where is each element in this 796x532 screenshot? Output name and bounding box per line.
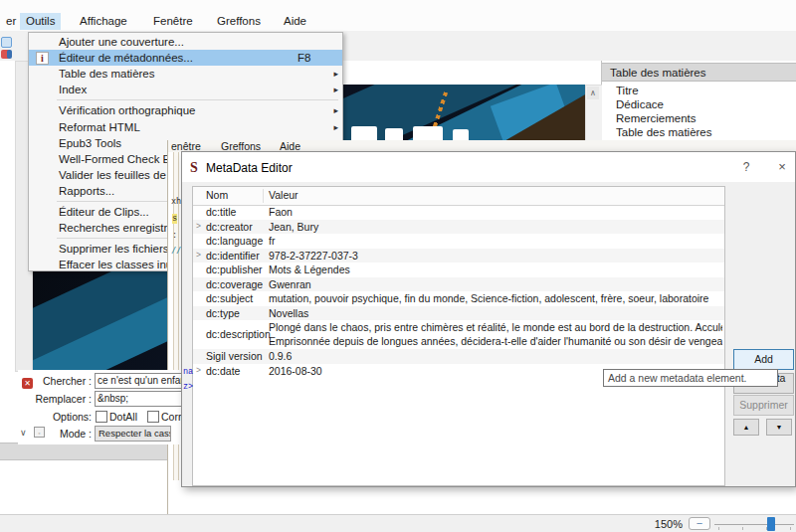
- table-row[interactable]: dc:titleFaon: [193, 205, 724, 220]
- submenu-arrow-icon: ▸: [333, 85, 338, 94]
- expand-arrow-icon[interactable]: >: [196, 250, 201, 260]
- slider-tick: [742, 527, 743, 530]
- code-fragment: :: [172, 231, 177, 241]
- main-menubar: er Outils Affichage Fenêtre Greffons Aid…: [0, 0, 796, 32]
- metadata-table: Nom Valeur dc:titleFaon >dc:creatorJean,…: [192, 186, 725, 486]
- menu-item-ajouter-couverture[interactable]: Ajouter une couverture...: [29, 34, 342, 50]
- zoom-out-button[interactable]: −: [689, 517, 710, 530]
- menubar-item-fenetre[interactable]: Fenêtre: [147, 13, 199, 30]
- table-row[interactable]: >dc:creatorJean, Bury: [193, 220, 724, 235]
- bottom-divider-bar: [0, 443, 167, 460]
- find-replace-panel: ✕ Chercher : ce n'est qu'un enfan Rempla…: [18, 370, 181, 444]
- menubar-item-greffons[interactable]: Greffons: [211, 13, 267, 30]
- cover-title-letter: [413, 126, 443, 140]
- metadata-editor-icon: i: [36, 52, 49, 65]
- status-bar: 150% −: [0, 514, 796, 532]
- add-metadata-tooltip: Add a new metadata element.: [603, 369, 778, 387]
- zoom-slider-track[interactable]: [714, 524, 794, 525]
- zoom-slider-handle[interactable]: [767, 517, 775, 531]
- sigil-logo-icon: S: [190, 160, 198, 176]
- toc-item-titre[interactable]: Titre: [616, 84, 639, 97]
- cover-title-letter: [453, 129, 469, 140]
- chercher-label: Chercher :: [18, 375, 92, 387]
- menu-item-table-matieres[interactable]: Table des matières▸: [29, 66, 342, 82]
- menu-item-verification[interactable]: Vérification orthographique▸: [29, 102, 342, 118]
- shortcut-f8: F8: [298, 52, 310, 64]
- menubar-item-partial[interactable]: er: [0, 13, 22, 30]
- slider-tick: [718, 527, 719, 530]
- dialog-title: MetaData Editor: [206, 161, 293, 175]
- submenu-arrow-icon: ▸: [333, 69, 338, 79]
- table-header: Nom Valeur: [193, 187, 724, 206]
- help-icon[interactable]: ?: [737, 160, 755, 174]
- table-row[interactable]: dc:typeNovellas: [193, 306, 724, 321]
- menu-item-index[interactable]: Index▸: [29, 82, 342, 97]
- code-fragment: na: [183, 367, 193, 377]
- add-metadata-button[interactable]: Add Metadata: [733, 349, 794, 370]
- screen: er Outils Affichage Fenêtre Greffons Aid…: [0, 0, 796, 532]
- dialog-titlebar[interactable]: S MetaData Editor ? ×: [182, 152, 795, 182]
- cover-title-letter: [385, 128, 403, 140]
- table-row[interactable]: dc:publisherMots & Légendes: [193, 263, 724, 277]
- correspondance-checkbox[interactable]: [147, 411, 159, 423]
- table-row[interactable]: >dc:identifier978-2-37227-037-3: [193, 249, 724, 264]
- up-arrow-icon: ▲: [743, 424, 750, 431]
- minus-icon: −: [696, 517, 702, 529]
- submenu-arrow-icon: ▸: [333, 105, 338, 115]
- menu-item-reformat-html[interactable]: Reformat HTML▸: [29, 118, 342, 134]
- table-row[interactable]: Sigil version0.9.6: [193, 349, 724, 364]
- menu-item-editeur-metadonnees[interactable]: i Éditeur de métadonnées... F8: [29, 50, 342, 66]
- column-divider[interactable]: [263, 189, 264, 203]
- close-icon[interactable]: ×: [773, 159, 791, 174]
- correspondance-label: Corres: [161, 411, 181, 423]
- code-fragment: xh: [171, 197, 181, 207]
- menubar-item-aide[interactable]: Aide: [278, 13, 312, 30]
- move-down-button[interactable]: ▼: [766, 419, 792, 436]
- move-up-button[interactable]: ▲: [733, 419, 759, 436]
- scroll-up-icon[interactable]: ∧: [587, 87, 599, 99]
- menubar-item-affichage[interactable]: Affichage: [74, 13, 133, 30]
- toc-item-tdm[interactable]: Table des matières: [616, 125, 712, 139]
- mode-label: Mode :: [18, 428, 92, 440]
- code-fragment: //: [171, 247, 181, 257]
- dotall-checkbox[interactable]: [96, 411, 107, 423]
- zoom-level: 150%: [645, 518, 683, 530]
- search-input[interactable]: ce n'est qu'un enfan: [95, 373, 181, 389]
- options-label: Options:: [18, 411, 92, 423]
- mode-select[interactable]: Respecter la casse: [95, 426, 171, 442]
- cover-title-letter: [351, 126, 377, 140]
- remplacer-label: Remplacer :: [18, 393, 92, 405]
- toolbar-icon-fragment: [1, 37, 12, 48]
- toc-item-dedicace[interactable]: Dédicace: [616, 97, 664, 111]
- code-fragment: z>: [183, 382, 193, 392]
- column-header-nom[interactable]: Nom: [206, 189, 228, 201]
- slider-tick: [790, 527, 791, 530]
- code-fragment: s: [172, 214, 177, 224]
- toc-item-remerciements[interactable]: Remerciements: [616, 111, 696, 125]
- submenu-arrow-icon: ▸: [333, 122, 338, 132]
- metadata-editor-dialog: S MetaData Editor ? × Nom Valeur dc:titl…: [181, 151, 796, 487]
- table-row[interactable]: dc:languagefr: [193, 234, 724, 249]
- replace-input[interactable]: &nbsp;: [95, 391, 181, 407]
- toolbar-icon-fragment: [7, 50, 12, 59]
- toc-panel-header: Table des matières: [602, 63, 796, 82]
- supprimer-button[interactable]: Supprimer: [733, 395, 794, 416]
- down-arrow-icon: ▼: [776, 424, 783, 431]
- column-header-valeur[interactable]: Valeur: [269, 189, 298, 201]
- menubar-item-outils[interactable]: Outils: [20, 13, 61, 30]
- expand-arrow-icon[interactable]: >: [196, 221, 201, 231]
- expand-arrow-icon[interactable]: >: [196, 365, 201, 375]
- table-row[interactable]: dc:descriptionPlongé dans le chaos, pris…: [193, 320, 724, 349]
- dotall-label: DotAll: [109, 411, 137, 423]
- table-row[interactable]: dc:subjectmutation, pouvoir psychique, f…: [193, 291, 724, 306]
- table-row[interactable]: dc:coverageGwenran: [193, 277, 724, 292]
